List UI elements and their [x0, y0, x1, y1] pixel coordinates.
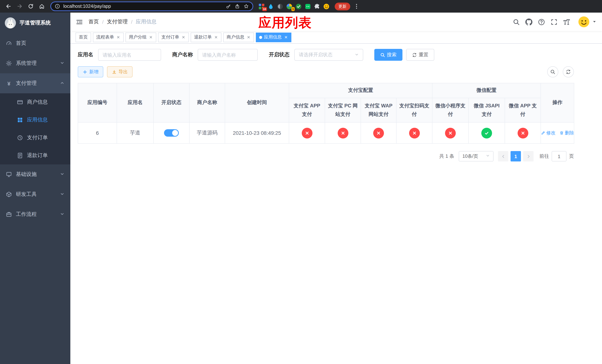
tab-merchant-info[interactable]: 商户信息: [223, 32, 254, 42]
tab-pay-order[interactable]: 支付订单: [158, 32, 189, 42]
col-app-name: 应用名: [117, 83, 153, 122]
close-icon[interactable]: [284, 35, 288, 39]
tab-user-group[interactable]: 用户分组: [126, 32, 156, 42]
close-icon[interactable]: [246, 35, 251, 39]
document-icon: [17, 152, 23, 159]
header-search-icon[interactable]: [513, 18, 520, 25]
delete-link[interactable]: 删除: [559, 130, 574, 136]
sidebar-menu: 首页 系统管理 ¥ 支付管理 商户信息: [0, 33, 70, 225]
app-name-input[interactable]: [98, 49, 161, 61]
export-button[interactable]: 导出: [107, 66, 133, 77]
home-icon: [39, 3, 45, 9]
url-bar[interactable]: localhost:1024/pay/app: [50, 1, 253, 11]
search-button[interactable]: 搜索: [374, 49, 402, 61]
dark-mode-icon: [277, 3, 283, 10]
tab-refund-order[interactable]: 退款订单: [191, 32, 221, 42]
edit-link[interactable]: 修改: [541, 130, 556, 136]
goto-label: 前往: [539, 153, 549, 160]
close-icon[interactable]: [149, 35, 153, 39]
app-name-label: 应用名: [78, 52, 93, 58]
browser-update-button[interactable]: 更新: [335, 2, 350, 10]
browser-toolbar: localhost:1024/pay/app 10: [0, 0, 602, 13]
extension-icon-6[interactable]: [305, 3, 311, 10]
browser-back-button[interactable]: [4, 1, 13, 11]
navbar-actions: [513, 16, 596, 28]
extensions-puzzle-icon[interactable]: [314, 3, 320, 10]
tab-label: 首页: [79, 34, 88, 40]
status-toggle[interactable]: [164, 129, 179, 137]
prev-page-button[interactable]: [498, 151, 508, 161]
chevron-down-icon: [60, 192, 64, 197]
chat-icon: [305, 3, 311, 10]
close-icon[interactable]: [116, 35, 120, 39]
fail-status-icon: [409, 128, 420, 138]
reset-button[interactable]: 重置: [406, 49, 434, 61]
next-page-button[interactable]: [523, 151, 534, 161]
tags-view: 首页 流程表单 用户分组 支付订单 退款订单: [70, 31, 602, 44]
fullscreen-icon[interactable]: [550, 18, 558, 25]
page-1-button[interactable]: 1: [511, 151, 521, 161]
fail-status-icon: [337, 128, 348, 138]
browser-forward-button[interactable]: [15, 1, 24, 11]
site-info-icon[interactable]: [54, 3, 60, 9]
sidebar-item-app-info[interactable]: 应用信息: [0, 111, 70, 129]
cell-created: 2021-10-23 08:49:25: [225, 122, 289, 143]
extension-icon-4[interactable]: 1: [286, 3, 292, 10]
sidebar-item-label: 应用信息: [27, 117, 48, 123]
sidebar-item-label: 退款订单: [27, 152, 48, 159]
extension-icon-8[interactable]: [323, 3, 330, 10]
page-size-select[interactable]: 10条/页: [459, 151, 494, 161]
refresh-table-button[interactable]: [563, 66, 574, 77]
toggle-search-button[interactable]: [547, 66, 558, 77]
sidebar-item-system[interactable]: 系统管理: [0, 53, 70, 73]
breadcrumb-home[interactable]: 首页: [88, 19, 99, 25]
password-key-icon[interactable]: [226, 3, 231, 9]
tab-process-form[interactable]: 流程表单: [93, 32, 124, 42]
browser-menu-button[interactable]: [352, 1, 361, 11]
share-icon[interactable]: [234, 3, 240, 9]
github-icon[interactable]: [525, 18, 532, 25]
extension-icon-2[interactable]: [268, 3, 274, 10]
cell-actions: 修改 删除: [541, 122, 574, 143]
user-menu[interactable]: [578, 16, 596, 28]
sidebar-item-home[interactable]: 首页: [0, 33, 70, 53]
sidebar-item-dev-tools[interactable]: 研发工具: [0, 184, 70, 204]
sidebar-item-infrastructure[interactable]: 基础设施: [0, 164, 70, 184]
status-label: 开启状态: [269, 52, 290, 58]
cell-merchant: 芋道源码: [189, 122, 225, 143]
add-button[interactable]: 新增: [78, 66, 103, 77]
extension-icon-5[interactable]: [295, 3, 302, 10]
sidebar-item-label: 基础设施: [16, 171, 37, 178]
merchant-name-input[interactable]: [198, 49, 258, 61]
goto-page-input[interactable]: [552, 151, 567, 161]
sidebar-item-workflow[interactable]: 工作流程: [0, 204, 70, 225]
chevron-right-icon: [526, 154, 530, 158]
breadcrumb-payment[interactable]: 支付管理: [107, 19, 128, 25]
extension-icon-3[interactable]: [277, 3, 283, 10]
fail-status-icon: [301, 128, 312, 138]
close-icon[interactable]: [181, 35, 185, 39]
font-size-icon[interactable]: [563, 18, 570, 25]
sidebar-item-refund-order[interactable]: 退款订单: [0, 147, 70, 164]
browser-home-button[interactable]: [37, 1, 47, 11]
extension-icon-1[interactable]: 10: [258, 3, 265, 10]
refresh-icon: [412, 52, 417, 57]
tab-label: 商户信息: [226, 34, 244, 40]
collapse-sidebar-icon[interactable]: [76, 18, 83, 25]
sidebar-item-pay-order[interactable]: 支付订单: [0, 129, 70, 147]
status-select[interactable]: 请选择开启状态: [294, 49, 363, 61]
forward-icon: [17, 3, 22, 9]
logo-avatar: [5, 17, 16, 29]
tab-home[interactable]: 首页: [75, 32, 91, 42]
fail-status-icon: [445, 128, 456, 138]
sidebar-item-label: 工作流程: [16, 211, 37, 218]
browser-reload-button[interactable]: [26, 1, 35, 11]
sidebar-item-merchant-info[interactable]: 商户信息: [0, 93, 70, 111]
help-icon[interactable]: [538, 18, 545, 25]
sidebar-item-label: 支付订单: [27, 134, 48, 141]
close-icon[interactable]: [214, 35, 218, 39]
tab-app-info[interactable]: 应用信息: [256, 32, 291, 42]
cell-alipay-wap: [361, 122, 396, 143]
bookmark-star-icon[interactable]: [243, 3, 249, 9]
sidebar-item-payment[interactable]: ¥ 支付管理: [0, 73, 70, 93]
